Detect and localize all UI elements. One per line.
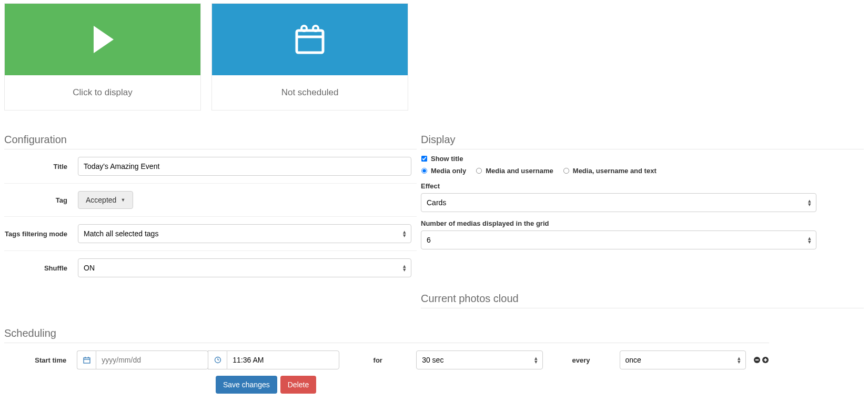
remove-schedule-button[interactable] [753,356,761,364]
schedule-card[interactable]: Not scheduled [211,3,408,111]
filter-mode-select[interactable] [78,224,411,243]
svg-point-3 [301,26,307,31]
tag-dropdown-button[interactable]: Accepted ▼ [78,191,133,209]
num-medias-select[interactable] [421,230,816,249]
title-label: Title [4,163,78,171]
every-label: every [543,356,620,364]
repeat-select[interactable] [620,350,746,369]
svg-point-4 [313,26,318,31]
display-card-caption: Click to display [5,75,200,110]
num-medias-label: Number of medias displayed in the grid [421,219,864,227]
calendar-small-icon [83,356,90,364]
clock-icon [214,356,221,364]
time-input[interactable] [227,350,339,369]
display-heading: Display [421,134,864,149]
effect-select[interactable] [421,193,816,212]
svg-marker-0 [94,26,114,53]
clock-addon[interactable] [208,350,227,369]
show-title-label: Show title [431,155,463,163]
delete-button[interactable]: Delete [280,376,316,394]
radio-media-only-input[interactable] [421,168,427,174]
shuffle-select[interactable] [78,258,411,277]
radio-media-username-text[interactable]: Media, username and text [563,167,657,175]
start-time-label: Start time [4,356,77,364]
display-card-top [5,4,200,75]
radio-media-only[interactable]: Media only [421,167,466,175]
add-schedule-button[interactable] [762,356,769,364]
show-title-row[interactable]: Show title [421,155,864,163]
filter-mode-label: Tags filtering mode [4,230,78,238]
configuration-heading: Configuration [4,134,417,149]
save-button[interactable]: Save changes [216,376,277,394]
radio-media-username-label: Media and username [486,167,553,175]
radio-media-only-label: Media only [431,167,466,175]
date-input[interactable] [96,350,208,369]
tag-dropdown-label: Accepted [86,196,116,204]
duration-select[interactable] [416,350,542,369]
calendar-addon[interactable] [77,350,96,369]
svg-rect-5 [84,358,90,363]
radio-media-username-text-label: Media, username and text [573,167,657,175]
time-input-group [208,350,339,369]
title-input[interactable] [78,157,411,176]
tag-label: Tag [4,196,78,204]
scheduling-heading: Scheduling [4,327,769,343]
caret-down-icon: ▼ [120,197,125,203]
display-card[interactable]: Click to display [4,3,201,111]
effect-label: Effect [421,182,864,190]
shuffle-label: Shuffle [4,264,78,272]
radio-media-username-input[interactable] [476,168,482,174]
photos-cloud-heading: Current photos cloud [421,293,864,308]
svg-rect-1 [297,31,323,53]
schedule-card-top [212,4,408,75]
radio-media-username-text-input[interactable] [563,168,569,174]
schedule-card-caption: Not scheduled [212,75,408,110]
play-icon [88,24,117,55]
for-label: for [339,356,416,364]
display-mode-radios: Media only Media and username Media, use… [421,167,864,175]
show-title-checkbox[interactable] [421,156,427,162]
radio-media-username[interactable]: Media and username [476,167,553,175]
date-input-group [77,350,208,369]
calendar-icon [291,21,328,58]
